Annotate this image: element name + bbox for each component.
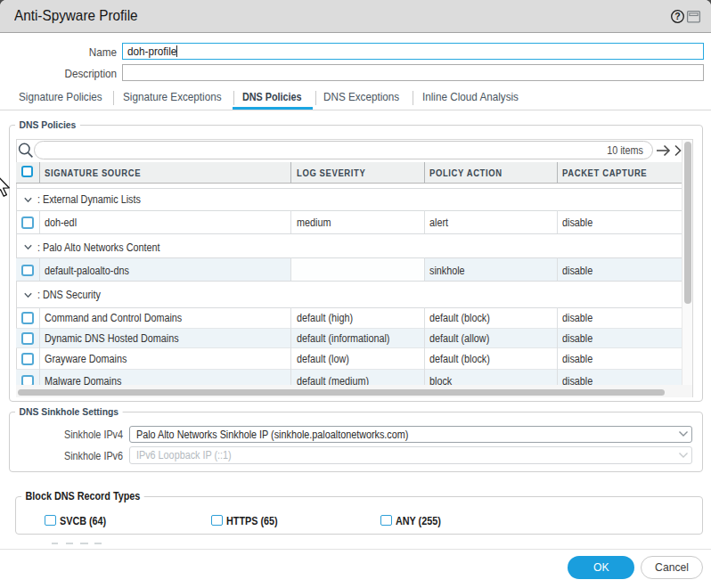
svg-text:?: ? xyxy=(674,11,680,21)
